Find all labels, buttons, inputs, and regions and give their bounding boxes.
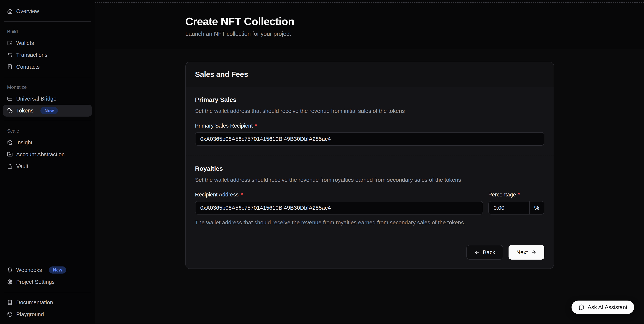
sidebar-item-label: Insight [16,139,32,146]
percentage-input[interactable] [489,202,530,214]
arrows-left-right-icon [7,52,13,58]
next-button[interactable]: Next [508,245,544,260]
sidebar-item-account-abstraction[interactable]: Account Abstraction [3,148,92,160]
file-text-icon [7,64,13,70]
sidebar-item-universal-bridge[interactable]: Universal Bridge [3,93,92,105]
ask-ai-assistant-label: Ask AI Assistant [588,304,628,311]
sidebar-divider [4,292,91,292]
ask-ai-assistant-button[interactable]: Ask AI Assistant [572,301,634,314]
sidebar-item-label: Vault [16,163,28,169]
sidebar-divider [4,121,91,121]
arrow-right-icon [531,250,536,255]
sidebar-item-label: Overview [16,8,39,14]
sidebar-item-transactions[interactable]: Transactions [3,49,92,61]
royalties-heading: Royalties [195,165,544,172]
new-badge: New [40,107,58,114]
page-title: Create NFT Collection [186,15,554,27]
content-area: Sales and Fees Primary Sales Set the wal… [95,49,644,324]
sidebar-item-label: Transactions [16,52,47,58]
card-footer: Back Next [186,236,554,269]
sidebar-item-label: Contracts [16,64,40,70]
credit-card-icon [7,96,13,101]
sidebar-section-monetize: Monetize [3,81,92,93]
recipient-address-label: Recipient Address * [195,192,483,198]
sidebar-item-insight[interactable]: Insight [3,136,92,148]
sidebar-item-overview[interactable]: Overview [3,5,92,17]
sidebar-item-label: Webhooks [16,267,42,273]
sidebar-item-project-settings[interactable]: Project Settings [3,276,92,288]
royalties-helper-text: The wallet address that should receive t… [195,219,544,226]
sidebar-item-label: Wallets [16,40,34,46]
package-search-icon [7,140,13,145]
primary-sales-section: Primary Sales Set the wallet address tha… [186,87,554,156]
sidebar-item-tokens[interactable]: Tokens New [3,105,92,117]
main-content: Create NFT Collection Launch an NFT coll… [95,0,644,324]
sidebar-item-label: Project Settings [16,279,54,285]
main-top-dashed-border [95,0,644,3]
field-label-text: Percentage [488,192,516,198]
sidebar-divider [4,77,91,77]
sales-and-fees-card: Sales and Fees Primary Sales Set the wal… [186,62,554,269]
primary-sales-description: Set the wallet address that should recei… [195,108,544,114]
field-label-text: Recipient Address [195,192,239,198]
sidebar-item-wallets[interactable]: Wallets [3,37,92,49]
book-icon [7,300,13,305]
lock-icon [7,163,13,169]
sidebar-item-label: Universal Bridge [16,96,56,102]
back-button[interactable]: Back [466,245,503,260]
chat-bubble-icon [578,304,584,311]
folder-shield-icon [7,152,13,157]
royalties-section: Royalties Set the wallet address should … [186,156,554,236]
home-icon [7,8,13,14]
card-title: Sales and Fees [195,70,544,79]
sidebar-item-playground[interactable]: Playground [3,308,92,320]
coins-icon [7,108,13,113]
percentage-input-group: % [488,201,544,215]
primary-sales-recipient-input[interactable] [195,132,544,146]
page-header: Create NFT Collection Launch an NFT coll… [95,3,644,49]
royalty-recipient-input[interactable] [195,201,483,215]
percentage-label: Percentage * [488,192,544,198]
card-header: Sales and Fees [186,62,554,87]
sidebar-item-label: Documentation [16,300,53,306]
sidebar-item-label: Account Abstraction [16,151,65,158]
gear-icon [7,279,13,285]
app-root: Overview Build Wallets Transactions Cont… [0,0,644,324]
back-button-label: Back [483,249,495,256]
percent-suffix: % [530,202,544,214]
primary-sales-heading: Primary Sales [195,96,544,103]
required-asterisk: * [255,123,257,129]
new-badge: New [49,267,66,274]
field-label-text: Primary Sales Recipient [195,123,253,129]
required-asterisk: * [518,192,520,198]
page-subtitle: Launch an NFT collection for your projec… [186,30,554,37]
sidebar-item-documentation[interactable]: Documentation [3,297,92,308]
sidebar-item-contracts[interactable]: Contracts [3,61,92,73]
sidebar: Overview Build Wallets Transactions Cont… [0,0,95,324]
sidebar-divider [4,21,91,21]
sidebar-item-vault[interactable]: Vault [3,160,92,172]
sidebar-item-label: Tokens [16,108,34,114]
cube-icon [7,312,13,317]
wallet-icon [7,40,13,46]
arrow-left-icon [474,250,480,255]
primary-sales-recipient-label: Primary Sales Recipient * [195,123,544,129]
required-asterisk: * [241,192,243,198]
sidebar-item-webhooks[interactable]: Webhooks New [3,264,92,276]
royalties-description: Set the wallet address should receive th… [195,177,544,183]
bell-icon [7,267,13,273]
sidebar-item-label: Playground [16,311,44,318]
next-button-label: Next [516,249,528,256]
sidebar-section-build: Build [3,26,92,37]
sidebar-section-scale: Scale [3,125,92,136]
